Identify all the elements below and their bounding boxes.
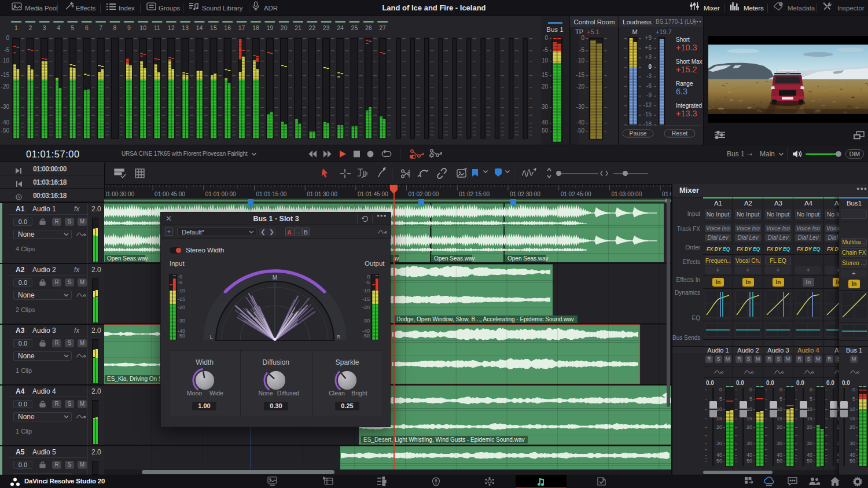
- svg-text:-6: -6: [646, 83, 652, 89]
- svg-text:26: 26: [365, 24, 372, 31]
- svg-text:●●●: ●●●: [693, 20, 702, 23]
- svg-text:11: 11: [154, 24, 160, 31]
- svg-text:40: 40: [777, 452, 782, 458]
- svg-text:Short Max: Short Max: [676, 58, 703, 65]
- svg-text:0: 0: [545, 35, 548, 41]
- svg-text:30: 30: [777, 441, 782, 446]
- svg-text:-18: -18: [643, 121, 652, 127]
- svg-text:+13.3: +13.3: [676, 109, 697, 118]
- svg-text:10: 10: [807, 406, 812, 412]
- svg-text:-20: -20: [541, 83, 548, 90]
- svg-text:50: 50: [849, 458, 855, 464]
- svg-text:+6: +6: [645, 45, 652, 51]
- svg-text:01:00:30:00: 01:00:30:00: [105, 191, 135, 197]
- svg-text:27: 27: [379, 24, 386, 31]
- svg-text:Bus 1: Bus 1: [546, 26, 563, 33]
- svg-text:15: 15: [746, 416, 752, 421]
- svg-text:0: 0: [779, 387, 782, 392]
- svg-text:-30: -30: [541, 104, 548, 110]
- svg-text:-40: -40: [541, 119, 548, 126]
- svg-text:+3: +3: [645, 54, 652, 60]
- svg-text:0: 0: [810, 387, 812, 392]
- svg-text:01:00:45:00: 01:00:45:00: [155, 191, 185, 197]
- svg-text:19: 19: [266, 24, 273, 31]
- svg-text:17: 17: [238, 24, 245, 31]
- svg-text:30: 30: [807, 441, 812, 446]
- svg-text:-15: -15: [1, 72, 10, 78]
- svg-text:-10: -10: [576, 57, 585, 64]
- svg-text:50: 50: [807, 458, 812, 464]
- svg-text:22: 22: [309, 24, 316, 31]
- svg-text:40: 40: [746, 452, 752, 458]
- svg-text:Reset: Reset: [672, 130, 688, 137]
- svg-text:5: 5: [71, 24, 74, 31]
- svg-text:Pause: Pause: [630, 130, 647, 137]
- svg-text:-3: -3: [646, 73, 652, 79]
- svg-text:40: 40: [807, 452, 812, 458]
- svg-text:-10: -10: [541, 57, 548, 64]
- svg-text:Open Seas.wav: Open Seas.wav: [107, 255, 148, 262]
- svg-text:1: 1: [14, 24, 18, 31]
- svg-text:0: 0: [719, 387, 722, 392]
- svg-text:50: 50: [777, 458, 782, 464]
- svg-text:+9: +9: [645, 35, 652, 41]
- svg-text:15: 15: [716, 416, 722, 421]
- svg-text:BS.1770-1 (LU): BS.1770-1 (LU): [656, 19, 696, 25]
- svg-text:23: 23: [323, 24, 330, 31]
- svg-text:5: 5: [810, 396, 812, 402]
- svg-text:01:02:45:00: 01:02:45:00: [561, 191, 591, 197]
- svg-text:6.3: 6.3: [676, 87, 687, 96]
- svg-text:01:01:00:00: 01:01:00:00: [205, 191, 236, 197]
- svg-text:Short: Short: [676, 36, 690, 43]
- svg-text:-50: -50: [576, 127, 585, 134]
- svg-text:-50: -50: [1, 127, 10, 134]
- svg-text:Integrated: Integrated: [676, 102, 702, 109]
- svg-text:+15.2: +15.2: [676, 65, 697, 74]
- svg-text:0: 0: [648, 64, 652, 70]
- svg-text:01:02:15:00: 01:02:15:00: [459, 191, 490, 197]
- svg-text:5: 5: [749, 396, 752, 402]
- svg-text:25: 25: [351, 24, 358, 31]
- svg-text:5: 5: [719, 396, 722, 402]
- svg-text:10: 10: [716, 406, 722, 412]
- svg-text:21: 21: [295, 24, 301, 31]
- svg-text:M: M: [632, 28, 637, 35]
- svg-text:-5: -5: [579, 47, 584, 53]
- svg-text:Loudness: Loudness: [623, 19, 652, 25]
- svg-text:-12: -12: [643, 102, 652, 108]
- svg-text:Range: Range: [676, 80, 693, 87]
- svg-text:01:01:30:00: 01:01:30:00: [307, 191, 337, 197]
- svg-text:40: 40: [849, 452, 855, 458]
- svg-text:-40: -40: [1, 119, 10, 126]
- svg-text:01:03:15:00: 01:03:15:00: [662, 191, 671, 197]
- svg-text:15: 15: [210, 24, 217, 31]
- svg-text:15: 15: [807, 416, 812, 421]
- svg-text:20: 20: [849, 424, 855, 430]
- svg-text:10: 10: [139, 24, 146, 31]
- svg-text:R: R: [337, 334, 341, 340]
- svg-text:8: 8: [113, 24, 117, 31]
- svg-text:50: 50: [716, 458, 722, 464]
- svg-text:15: 15: [849, 416, 855, 421]
- svg-text:20: 20: [746, 424, 752, 430]
- svg-text:-30: -30: [1, 104, 10, 110]
- svg-text:M: M: [273, 274, 277, 281]
- svg-text:01:02:00:00: 01:02:00:00: [409, 191, 439, 197]
- svg-text:-20: -20: [576, 83, 585, 90]
- svg-text:2: 2: [28, 24, 32, 31]
- svg-text:40: 40: [716, 452, 722, 458]
- svg-text:-30: -30: [576, 104, 585, 110]
- svg-text:12: 12: [168, 24, 175, 31]
- svg-text:10: 10: [777, 406, 782, 412]
- svg-text:0: 0: [581, 35, 584, 41]
- svg-text:20: 20: [281, 24, 288, 31]
- svg-text:5: 5: [779, 396, 782, 402]
- svg-text:+10.3: +10.3: [676, 43, 697, 52]
- svg-text:10: 10: [849, 406, 855, 412]
- svg-text:24: 24: [337, 24, 344, 31]
- svg-text:50: 50: [746, 458, 752, 464]
- svg-text:15: 15: [777, 416, 782, 421]
- svg-text:9: 9: [127, 24, 131, 31]
- svg-text:14: 14: [196, 24, 203, 31]
- svg-text:13: 13: [182, 24, 189, 31]
